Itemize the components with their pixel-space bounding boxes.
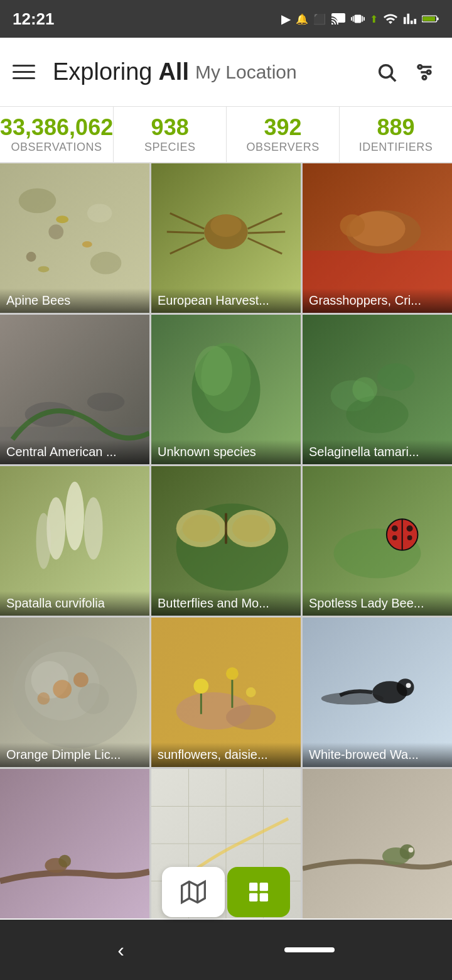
svg-point-51 [36,513,51,569]
status-bar: 12:21 ▶ 🔔 ⬛ ⬆ [0,0,452,38]
species-label: SPECIES [144,141,196,154]
svg-point-65 [407,525,413,531]
search-button[interactable] [372,57,402,87]
svg-rect-99 [303,769,452,918]
grid-item[interactable]: European Harvest... [151,163,301,313]
svg-point-33 [340,214,365,237]
grid-view-button[interactable] [227,867,290,917]
observations-value: 33,386,062 [0,115,113,140]
svg-point-46 [352,377,377,402]
svg-marker-103 [182,881,205,902]
grid-item-label: Unknown species [151,440,301,464]
vibrate-icon [351,12,365,26]
svg-point-91 [58,855,71,868]
grid-item[interactable]: Butterflies and Mo... [151,466,301,616]
svg-point-45 [346,396,408,433]
svg-point-56 [183,514,220,542]
species-value: 938 [151,115,189,140]
svg-rect-109 [260,893,268,901]
svg-point-73 [53,680,72,699]
grid-item[interactable]: Selaginella tamari... [303,315,452,464]
svg-line-24 [167,232,205,233]
menu-button[interactable] [13,57,43,87]
grid-item-image [0,769,149,918]
filter-button[interactable] [409,57,439,87]
svg-point-79 [193,678,208,694]
svg-point-12 [19,188,56,214]
back-button[interactable]: ‹ [117,939,124,962]
svg-point-13 [87,204,112,222]
svg-point-86 [397,678,414,696]
grid-item[interactable]: Central American ... [0,315,149,464]
grid-item-label: Selaginella tamari... [303,440,452,464]
svg-point-9 [427,70,431,74]
signal-icon: ⬆ [370,13,378,25]
svg-rect-107 [260,883,268,891]
observers-value: 392 [264,115,302,140]
stat-observations: 33,386,062 OBSERVATIONS [0,107,114,162]
svg-point-17 [56,215,68,223]
svg-rect-2 [422,17,435,21]
grid-item-label: European Harvest... [151,288,301,313]
svg-point-80 [226,667,239,680]
svg-point-19 [38,266,49,273]
svg-point-36 [25,402,75,427]
svg-point-14 [48,224,63,239]
svg-rect-58 [225,513,227,544]
svg-point-22 [210,214,242,237]
grid-item[interactable]: Orange Dimple Lic... [0,618,149,767]
stat-observers: 392 OBSERVERS [227,107,340,162]
cast-icon [331,11,346,26]
svg-point-66 [392,535,397,540]
top-actions [372,57,439,87]
svg-point-81 [246,687,256,697]
status-time: 12:21 [13,9,55,29]
svg-point-78 [226,705,276,730]
svg-point-49 [65,482,84,550]
grid-item[interactable]: sunflowers, daisie... [151,618,301,767]
stat-species: 938 SPECIES [114,107,227,162]
svg-point-64 [392,525,398,531]
notification-icon: 🔔 [296,13,308,25]
title-location: My Location [195,62,297,83]
svg-point-102 [409,847,414,852]
grid-item-label: Central American ... [0,440,149,464]
grid-item-label: sunflowers, daisie... [151,743,301,767]
grid-item-label: Spotless Lady Bee... [303,591,452,616]
grid-item[interactable]: Spatalla curvifolia [0,466,149,616]
grid-item-label: Orange Dimple Lic... [0,743,149,767]
svg-rect-106 [249,883,257,891]
grid-item[interactable] [303,769,452,918]
svg-line-4 [390,76,396,81]
top-bar: Exploring All My Location [0,38,452,107]
title-exploring: Exploring [53,58,152,85]
bottom-toolbar [162,867,290,917]
stat-identifiers: 889 IDENTIFIERS [340,107,452,162]
svg-point-41 [195,346,232,396]
identifiers-label: IDENTIFIERS [359,141,433,154]
svg-point-88 [321,692,384,705]
grid-item[interactable]: White-browed Wa... [303,618,452,767]
svg-point-50 [84,498,103,560]
stats-bar: 33,386,062 OBSERVATIONS 938 SPECIES 392 … [0,107,452,163]
grid-item[interactable]: Spotless Lady Bee... [303,466,452,616]
svg-point-67 [407,535,412,540]
grid-item-label: Butterflies and Mo... [151,591,301,616]
svg-point-15 [26,252,36,262]
svg-point-8 [418,65,422,68]
svg-rect-1 [437,18,439,20]
svg-point-44 [377,363,415,391]
grid-item[interactable]: Apine Bees [0,163,149,313]
map-view-button[interactable] [162,867,225,917]
grid-item[interactable] [0,769,149,918]
grid-item-label: Apine Bees [0,288,149,313]
svg-line-27 [248,232,286,233]
svg-point-72 [78,683,109,714]
title-area: Exploring All My Location [53,58,362,85]
observations-label: OBSERVATIONS [11,141,102,154]
grid-item[interactable]: Unknown species [151,315,301,464]
svg-point-18 [82,241,92,248]
home-indicator[interactable] [284,947,335,952]
grid-item[interactable]: Grasshoppers, Cri... [303,163,452,313]
grid-item-label: White-browed Wa... [303,743,452,767]
